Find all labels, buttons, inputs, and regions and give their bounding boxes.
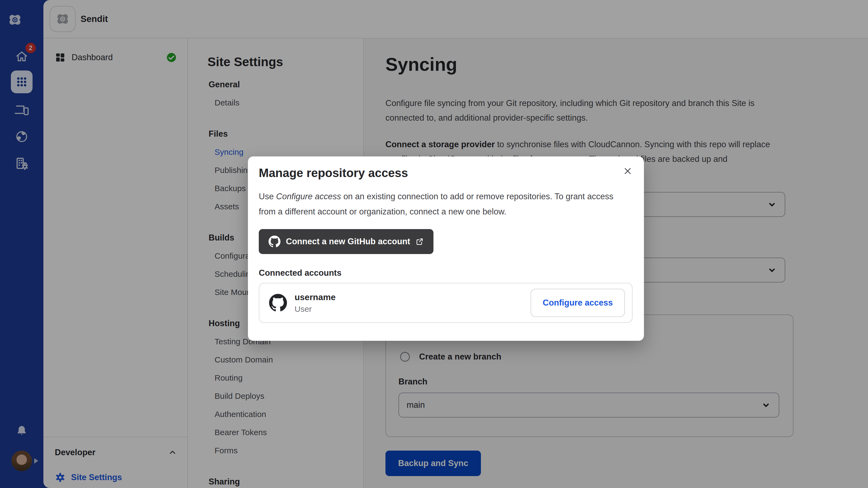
account-username: username [294, 292, 336, 302]
connect-github-account-button[interactable]: Connect a new GitHub account [259, 229, 433, 254]
github-icon [269, 294, 287, 312]
connect-github-label: Connect a new GitHub account [286, 237, 410, 247]
close-icon [622, 166, 633, 176]
modal-title: Manage repository access [259, 166, 408, 180]
manage-repository-access-modal: Manage repository access Use Configure a… [248, 156, 644, 341]
configure-access-button[interactable]: Configure access [531, 289, 625, 317]
modal-description: Use Configure access on an existing conn… [259, 189, 613, 219]
external-link-icon [415, 237, 424, 246]
account-type: User [294, 304, 336, 314]
app-window: 2 [0, 0, 868, 488]
connected-account-row: username User Configure access [259, 283, 632, 323]
github-icon [269, 236, 280, 248]
modal-close-button[interactable] [622, 165, 633, 177]
connected-accounts-heading: Connected accounts [259, 268, 341, 278]
